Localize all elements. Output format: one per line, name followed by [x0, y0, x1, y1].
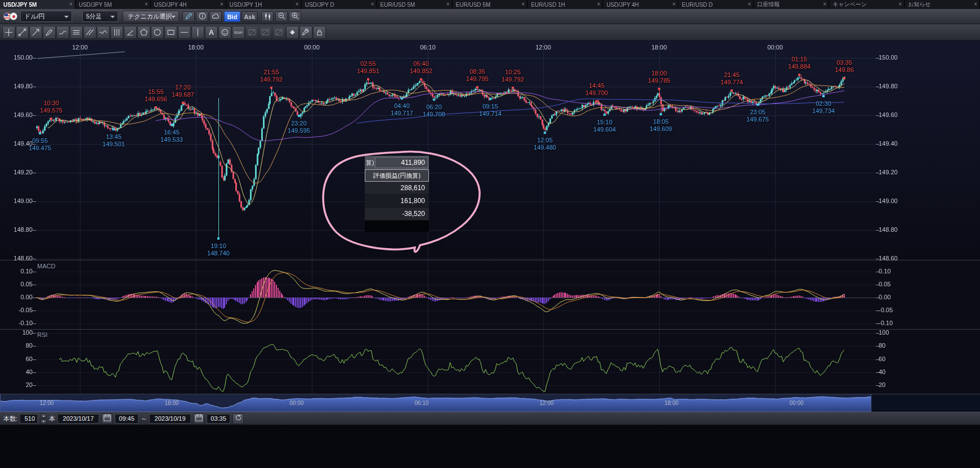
date-to-calendar-button[interactable]: [193, 413, 204, 424]
info-button[interactable]: [196, 11, 208, 22]
stamp-tool-1: [245, 26, 258, 39]
tab-usd-jpy-1h[interactable]: USD/JPY 1H×: [226, 0, 302, 9]
rectangle-tool[interactable]: [164, 26, 177, 39]
vertical-line-tool[interactable]: [191, 26, 204, 39]
settings-wrench-tool[interactable]: [299, 26, 312, 39]
stepper-up-icon[interactable]: ▲: [41, 413, 47, 418]
ask-button[interactable]: Ask: [241, 11, 258, 22]
currency-pair-flags-icon: [3, 12, 19, 21]
drawing-toolbar: Aicon: [0, 24, 980, 40]
stamp-tool-2: [259, 26, 272, 39]
info-icon: [198, 11, 207, 22]
chart-style-button[interactable]: [261, 11, 274, 22]
zoom-out-icon: [277, 11, 287, 22]
time-lines-tool[interactable]: [110, 26, 123, 39]
cloud-icon: [211, 11, 221, 22]
tab-label: USD/JPY 5M: [3, 2, 37, 8]
tab-close-icon[interactable]: ×: [69, 0, 73, 8]
trendline-tool[interactable]: [16, 26, 29, 39]
time-from-input[interactable]: [115, 414, 138, 424]
bars-unit-label: 本: [49, 415, 55, 423]
trading-app-window: 150.00150.00149.80149.80149.60149.60149.…: [0, 0, 980, 468]
horizontal-line-tool[interactable]: [178, 26, 191, 39]
timeframe-select[interactable]: 5分足: [82, 11, 118, 22]
fibonacci-tool[interactable]: [97, 26, 110, 39]
zoom-out-button[interactable]: [275, 11, 288, 22]
zoom-in-button[interactable]: [289, 11, 301, 22]
jp-flag-icon: [10, 12, 17, 20]
tab-label: USD/JPY 4H: [154, 2, 187, 8]
zoom-in-icon: [290, 11, 300, 22]
tab-close-icon[interactable]: ×: [296, 0, 299, 8]
tab-label: EUR/USD 5M: [381, 2, 415, 8]
tab-eur-usd-d[interactable]: EUR/USD D×: [678, 0, 754, 9]
technical-select-label: テクニカル選択: [128, 12, 172, 21]
time-to-input[interactable]: [207, 414, 230, 424]
draw-pencil-button[interactable]: [182, 11, 195, 22]
tab-label: EUR/USD 5M: [456, 2, 491, 8]
tab-close-icon[interactable]: ×: [371, 0, 374, 8]
ellipse-tool[interactable]: [151, 26, 164, 39]
tab-usd-jpy-5m[interactable]: USD/JPY 5M×: [0, 0, 75, 9]
range-toolbar: 本数: ▲▼ 本 ～: [0, 412, 980, 425]
stepper-down-icon[interactable]: ▼: [41, 419, 47, 424]
bars-count-input[interactable]: [20, 414, 38, 424]
angle-line-tool[interactable]: [124, 26, 137, 39]
tab-close-icon[interactable]: ×: [672, 0, 675, 8]
tab-close-icon[interactable]: ×: [748, 0, 751, 8]
range-tilde: ～: [141, 415, 147, 423]
chart-toolbar: ドル/円 5分足 テクニカル選択 Bid Ask: [0, 9, 980, 24]
pentagon-tool[interactable]: [137, 26, 150, 39]
main-chart-canvas[interactable]: [0, 0, 980, 468]
tab-eur-usd-5m[interactable]: EUR/USD 5M×: [377, 0, 453, 9]
tab-label: EUR/USD 1H: [531, 2, 565, 8]
ray-line-tool[interactable]: [29, 26, 42, 39]
date-to-input[interactable]: [149, 414, 191, 424]
pencil-tool[interactable]: [43, 26, 56, 39]
tab-jp-12[interactable]: お知らせ×: [905, 0, 980, 9]
tab-close-icon[interactable]: ×: [597, 0, 601, 8]
tab-close-icon[interactable]: ×: [220, 0, 223, 8]
freehand-tool[interactable]: [56, 26, 69, 39]
tab-usd-jpy-d[interactable]: USD/JPY D×: [302, 0, 377, 9]
parallel-lines-tool[interactable]: [83, 26, 96, 39]
calendar-icon: [194, 413, 204, 424]
reset-range-button[interactable]: [232, 413, 244, 424]
bid-button[interactable]: Bid: [224, 11, 240, 22]
tab-jp-11[interactable]: キャンペーン×: [829, 0, 905, 9]
tab-usd-jpy-4h[interactable]: USD/JPY 4H×: [603, 0, 678, 9]
tab-label: EUR/USD D: [682, 2, 713, 8]
unlock-tool[interactable]: [313, 26, 326, 39]
tab-label: USD/JPY 5M: [79, 2, 112, 8]
tab-close-icon[interactable]: ×: [898, 0, 902, 8]
tab-jp-10[interactable]: 口座情報×: [754, 0, 829, 9]
date-from-calendar-button[interactable]: [101, 413, 113, 424]
tab-close-icon[interactable]: ×: [446, 0, 450, 8]
tab-close-icon[interactable]: ×: [522, 0, 525, 8]
crosshair-tool[interactable]: [2, 26, 15, 39]
tab-label: お知らせ: [908, 1, 931, 8]
eraser-tool[interactable]: [286, 26, 299, 39]
tab-label: USD/JPY D: [305, 2, 334, 8]
horizontal-lines-tool[interactable]: [70, 26, 83, 39]
candlestick-icon: [263, 11, 272, 22]
emoticon-tool[interactable]: [218, 26, 231, 39]
bars-count-stepper[interactable]: ▲▼: [41, 413, 47, 424]
tab-close-icon[interactable]: ×: [823, 0, 826, 8]
timeframe-select-value: 5分足: [86, 12, 102, 21]
pair-select[interactable]: ドル/円: [20, 11, 72, 22]
icon-stamp-tool[interactable]: icon: [232, 26, 245, 39]
date-from-input[interactable]: [57, 414, 99, 424]
tab-close-icon[interactable]: ×: [145, 0, 148, 8]
tab-eur-usd-1h[interactable]: EUR/USD 1H×: [527, 0, 603, 9]
text-tool[interactable]: A: [205, 26, 218, 39]
tab-eur-usd-5m[interactable]: EUR/USD 5M×: [453, 0, 528, 9]
tab-usd-jpy-5m[interactable]: USD/JPY 5M×: [75, 0, 151, 9]
tab-close-icon[interactable]: ×: [974, 0, 977, 8]
chevron-down-icon: [110, 16, 115, 18]
cloud-save-button[interactable]: [209, 11, 222, 22]
chevron-down-icon: [64, 16, 69, 18]
technical-select-button[interactable]: テクニカル選択: [123, 11, 179, 22]
tab-usd-jpy-4h[interactable]: USD/JPY 4H×: [151, 0, 226, 9]
tab-label: キャンペーン: [833, 1, 867, 8]
